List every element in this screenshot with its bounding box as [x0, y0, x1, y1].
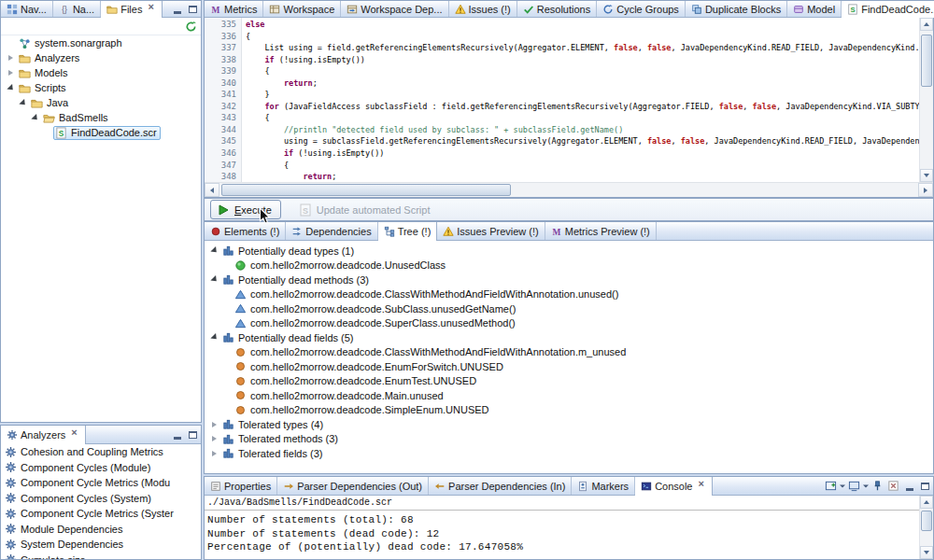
results-tree-item-com-hello2morrow-deadcode-enumforswitch-unused[interactable]: com.hello2morrow.deadcode.EnumForSwitch.…	[205, 359, 933, 374]
scroll-up-arrow[interactable]	[920, 496, 933, 509]
files-tree: system.sonargraphAnalyzersModelsScriptsJ…	[1, 35, 201, 140]
results-tree-item-com-hello2morrow-deadcode-main-unused[interactable]: com.hello2morrow.deadcode.Main.unused	[205, 388, 933, 403]
files-tree-item-analyzers[interactable]: Analyzers	[1, 50, 201, 65]
files-tree-item-system-sonargraph[interactable]: system.sonargraph	[1, 35, 201, 50]
editor-tab-resolutions[interactable]: Resolutions	[517, 1, 597, 17]
scrollbar-thumb[interactable]	[921, 511, 932, 531]
bottom-tab-markers[interactable]: Markers	[572, 477, 635, 495]
bottom-tab-console[interactable]: Console	[635, 477, 713, 496]
bottom-tab-parser-dependencies-in[interactable]: Parser Dependencies (In)	[429, 477, 572, 495]
console-output[interactable]: Number of statements (total): 68Number o…	[205, 511, 919, 559]
console-vertical-scrollbar[interactable]	[919, 496, 933, 559]
editor-code[interactable]: else{ List using = field.getReferencingE…	[242, 18, 919, 182]
open-console-icon[interactable]	[823, 478, 839, 494]
editor-tab-finddeadcode[interactable]: SFindDeadCode...	[842, 1, 934, 18]
results-tree-item-com-hello2morrow-deadcode-classwithmethodandfiel[interactable]: com.hello2morrow.deadcode.ClassWithMetho…	[205, 345, 933, 360]
results-tree-item-com-hello2morrow-deadcode-enumtest-unused[interactable]: com.hello2morrow.deadcode.EnumTest.UNUSE…	[205, 374, 933, 389]
editor-horizontal-scrollbar[interactable]	[205, 182, 933, 197]
editor-tab-duplicate-blocks[interactable]: Duplicate Blocks	[686, 1, 787, 17]
collapse-arrow-icon[interactable]	[208, 331, 220, 343]
files-view-tab-na[interactable]: {}Na...	[53, 1, 101, 17]
collapse-arrow-icon[interactable]	[5, 82, 17, 94]
analyzer-item-module-dependencies[interactable]: Module Dependencies	[1, 522, 201, 538]
editor-tab-workspace-dep[interactable]: Workspace Dep...	[341, 1, 448, 17]
results-tab-tree[interactable]: Tree (!)	[378, 222, 438, 241]
editor-vertical-scrollbar[interactable]	[919, 18, 933, 182]
expand-arrow-icon[interactable]	[208, 418, 220, 430]
editor-tab-workspace[interactable]: Workspace	[263, 1, 341, 17]
expand-arrow-icon[interactable]	[208, 433, 220, 445]
close-icon[interactable]	[697, 481, 706, 491]
results-tree-item-tolerated-fields-3[interactable]: Tolerated fields (3)	[205, 446, 933, 461]
editor-tab-metrics[interactable]: MMetrics	[205, 1, 263, 17]
analyzer-item-component-cycle-metrics-syster[interactable]: Component Cycle Metrics (Syster	[1, 506, 201, 522]
console-view-minimize-button[interactable]	[901, 477, 917, 495]
editor-tab-cycle-groups[interactable]: Cycle Groups	[597, 1, 686, 17]
scrollbar-track[interactable]	[920, 31, 933, 169]
bottom-tab-properties[interactable]: Properties	[205, 477, 277, 495]
collapse-arrow-icon[interactable]	[17, 97, 29, 109]
analyzer-item-system-dependencies[interactable]: System Dependencies	[1, 537, 201, 553]
analyzers-view-maximize-button[interactable]	[185, 426, 201, 443]
results-tree-item-potentially-dead-methods-3[interactable]: Potentially dead methods (3)	[205, 273, 933, 287]
results-tab-issues-preview[interactable]: Issues Preview (!)	[437, 222, 545, 240]
scrollbar-thumb[interactable]	[921, 35, 932, 87]
analyzer-item-cumulate-size[interactable]: Cumulate size	[1, 553, 201, 560]
refresh-icon[interactable]	[185, 21, 197, 33]
console-view-maximize-button[interactable]	[917, 477, 933, 495]
line-number: 344	[205, 124, 236, 136]
analyzers-view-minimize-button[interactable]	[169, 426, 185, 443]
editor-tab-issues[interactable]: Issues (!)	[449, 1, 517, 17]
scrollbar-track[interactable]	[920, 509, 933, 546]
close-icon[interactable]	[147, 4, 156, 14]
analyzers-view-tab-analyzers[interactable]: Analyzers	[1, 426, 86, 444]
files-tree-item-models[interactable]: Models	[1, 65, 201, 80]
files-tree-item-finddeadcode-scr[interactable]: SFindDeadCode.scr	[1, 125, 201, 140]
results-tab-dependencies[interactable]: Dependencies	[286, 222, 377, 240]
files-tree-item-badsmells[interactable]: BadSmells	[1, 110, 201, 125]
results-tree-item-com-hello2morrow-deadcode-subclass-unusedgetname[interactable]: com.hello2morrow.deadcode.SubClass.unuse…	[205, 301, 933, 316]
files-view-maximize-button[interactable]	[185, 1, 201, 17]
scroll-left-arrow[interactable]	[205, 183, 219, 197]
files-tree-item-java[interactable]: Java	[1, 95, 201, 110]
scrollbar-thumb[interactable]	[221, 184, 511, 196]
results-tree-item-com-hello2morrow-deadcode-classwithmethodandfiel[interactable]: com.hello2morrow.deadcode.ClassWithMetho…	[205, 287, 933, 302]
bottom-tab-parser-dependencies-out[interactable]: Parser Dependencies (Out)	[277, 477, 429, 495]
analyzer-item-cohesion-and-coupling-metrics[interactable]: Cohesion and Coupling Metrics	[1, 444, 201, 460]
collapse-arrow-icon[interactable]	[29, 112, 41, 124]
expand-arrow-icon[interactable]	[5, 52, 17, 64]
results-tree-item-tolerated-types-4[interactable]: Tolerated types (4)	[205, 417, 933, 432]
scrollbar-track[interactable]	[219, 183, 918, 197]
collapse-arrow-icon[interactable]	[208, 273, 220, 286]
expand-arrow-icon[interactable]	[208, 447, 220, 459]
files-view-tab-nav[interactable]: Nav...	[1, 1, 53, 17]
results-tree-item-com-hello2morrow-deadcode-simpleenum-unused[interactable]: com.hello2morrow.deadcode.SimpleEnum.UNU…	[205, 403, 933, 418]
scroll-right-arrow[interactable]	[918, 183, 933, 197]
pin-console-icon[interactable]	[870, 478, 885, 494]
analyzer-item-component-cycles-system[interactable]: Component Cycles (System)	[1, 491, 201, 507]
clear-console-icon[interactable]	[885, 478, 901, 494]
scroll-down-arrow[interactable]	[920, 546, 933, 559]
results-tree-item-com-hello2morrow-deadcode-superclass-unusedmetho[interactable]: com.hello2morrow.deadcode.SuperClass.unu…	[205, 316, 933, 331]
results-tree-item-potentially-dead-types-1[interactable]: Potentially dead types (1)	[205, 244, 933, 259]
scroll-down-arrow[interactable]	[920, 169, 933, 182]
expand-arrow-icon[interactable]	[5, 67, 17, 79]
results-tab-metrics-preview[interactable]: MMetrics Preview (!)	[545, 222, 657, 240]
results-tree-item-com-hello2morrow-deadcode-unusedclass[interactable]: com.hello2morrow.deadcode.UnusedClass	[205, 259, 933, 273]
files-tree-item-scripts[interactable]: Scripts	[1, 80, 201, 95]
scroll-up-arrow[interactable]	[920, 18, 933, 31]
results-tree-item-potentially-dead-fields-5[interactable]: Potentially dead fields (5)	[205, 330, 933, 345]
files-view-minimize-button[interactable]	[169, 1, 185, 17]
code-line: for (JavaFieldAccess subclassField : fie…	[246, 101, 919, 113]
collapse-arrow-icon[interactable]	[208, 245, 220, 257]
analyzer-item-component-cycle-metrics-modu[interactable]: Component Cycle Metrics (Modu	[1, 475, 201, 491]
close-icon[interactable]	[70, 429, 79, 440]
editor-tab-model[interactable]: Model	[787, 1, 842, 17]
files-view-tab-files[interactable]: Files	[101, 1, 163, 18]
display-console-icon[interactable]	[846, 478, 862, 494]
results-tree-item-tolerated-methods-3[interactable]: Tolerated methods (3)	[205, 432, 933, 447]
analyzer-item-component-cycles-module[interactable]: Component Cycles (Module)	[1, 460, 201, 476]
results-tab-elements[interactable]: Elements (!)	[205, 222, 286, 240]
chevron-down-icon[interactable]	[839, 478, 846, 494]
chevron-down-icon[interactable]	[862, 478, 870, 494]
